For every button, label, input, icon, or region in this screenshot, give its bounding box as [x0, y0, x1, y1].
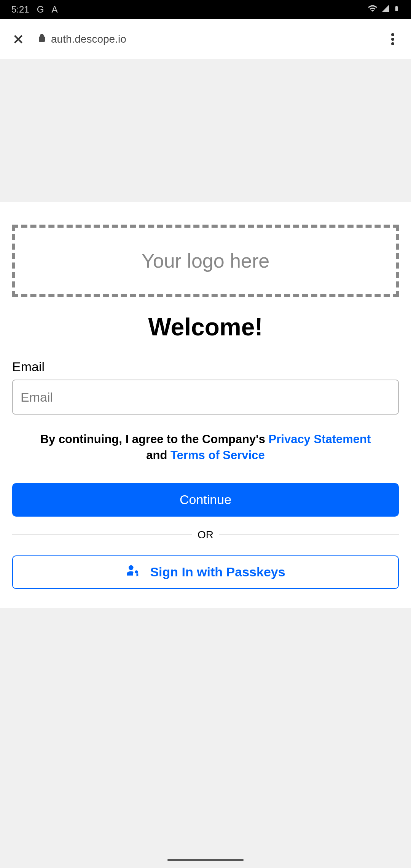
close-icon[interactable] — [11, 32, 26, 47]
divider-line-right — [219, 535, 399, 535]
svg-point-4 — [135, 570, 138, 573]
svg-point-1 — [391, 38, 394, 41]
wifi-icon — [368, 3, 378, 16]
terms-link[interactable]: Terms of Service — [170, 448, 265, 462]
status-app-icon-g: G — [37, 4, 44, 15]
welcome-title: Welcome! — [12, 313, 399, 341]
url-bar[interactable]: auth.descope.io — [37, 33, 374, 45]
passkey-button[interactable]: Sign In with Passkeys — [12, 555, 399, 589]
lock-icon — [37, 33, 46, 45]
email-label: Email — [12, 359, 399, 374]
status-right — [368, 3, 400, 16]
privacy-link[interactable]: Privacy Statement — [269, 432, 371, 446]
svg-point-3 — [129, 565, 134, 570]
url-text: auth.descope.io — [51, 33, 126, 45]
divider-text: OR — [198, 529, 213, 541]
auth-card: Your logo here Welcome! Email By continu… — [0, 202, 411, 608]
content-area: Your logo here Welcome! Email By continu… — [0, 59, 411, 868]
consent-prefix: By continuing, I agree to the Company's — [40, 432, 265, 446]
android-status-bar: 5:21 G A — [0, 0, 411, 19]
status-app-icon-a: A — [51, 4, 57, 15]
continue-button[interactable]: Continue — [12, 483, 399, 517]
gray-top-spacer — [0, 59, 411, 202]
consent-and: and — [146, 448, 167, 462]
logo-placeholder: Your logo here — [12, 225, 399, 297]
signal-icon — [381, 4, 390, 15]
status-left: 5:21 G A — [11, 4, 57, 15]
email-input[interactable] — [12, 380, 399, 415]
battery-icon — [393, 3, 400, 16]
browser-toolbar: auth.descope.io — [0, 19, 411, 59]
status-time: 5:21 — [11, 4, 29, 15]
consent-text: By continuing, I agree to the Company's … — [12, 431, 399, 463]
logo-placeholder-text: Your logo here — [142, 249, 269, 272]
gray-bottom-spacer — [0, 608, 411, 868]
or-divider: OR — [12, 529, 399, 541]
svg-point-2 — [391, 42, 394, 45]
passkey-button-label: Sign In with Passkeys — [150, 565, 285, 579]
passkey-icon — [126, 563, 140, 581]
android-nav-handle[interactable] — [167, 859, 244, 861]
more-icon[interactable] — [385, 32, 400, 47]
svg-point-0 — [391, 33, 394, 36]
divider-line-left — [12, 535, 192, 535]
